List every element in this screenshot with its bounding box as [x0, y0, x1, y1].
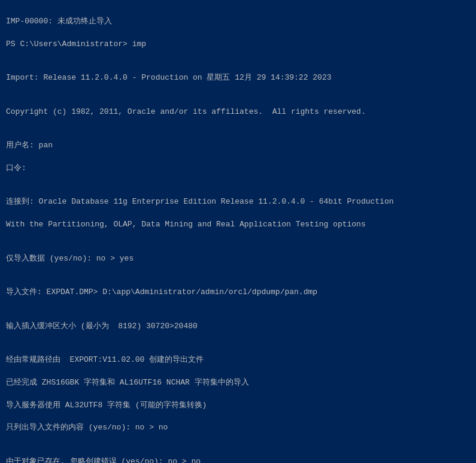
terminal-line: PS C:\Users\Administrator> imp — [6, 39, 470, 50]
terminal-line: 连接到: Oracle Database 11g Enterprise Edit… — [6, 196, 470, 208]
terminal-line: 导入文件: EXPDAT.DMP> D:\app\Administrator/a… — [6, 287, 470, 298]
terminal-line: IMP-00000: 未成功终止导入 — [6, 16, 470, 28]
terminal-line: 经由常规路径由 EXPORT:V11.02.00 创建的导出文件 — [6, 355, 470, 366]
terminal-line: 用户名: pan — [6, 140, 470, 152]
terminal-line: With the Partitioning, OLAP, Data Mining… — [6, 219, 470, 231]
terminal-line: 输入插入缓冲区大小 (最小为 8192) 30720>20480 — [6, 321, 470, 332]
terminal-line: 口令: — [6, 163, 470, 174]
terminal-line: 只列出导入文件的内容 (yes/no): no > no — [6, 422, 470, 434]
terminal-line: Copyright (c) 1982, 2011, Oracle and/or … — [6, 107, 470, 118]
terminal-line: 仅导入数据 (yes/no): no > yes — [6, 253, 470, 265]
terminal-line: 导入服务器使用 AL32UTF8 字符集 (可能的字符集转换) — [6, 400, 470, 411]
terminal-window: IMP-00000: 未成功终止导入 PS C:\Users\Administr… — [0, 0, 476, 463]
terminal-line: 已经完成 ZHS16GBK 字符集和 AL16UTF16 NCHAR 字符集中的… — [6, 377, 470, 389]
terminal-line: 由于对象已存在, 忽略创建错误 (yes/no): no > no — [6, 456, 470, 463]
terminal-line: Import: Release 11.2.0.4.0 - Production … — [6, 72, 470, 84]
